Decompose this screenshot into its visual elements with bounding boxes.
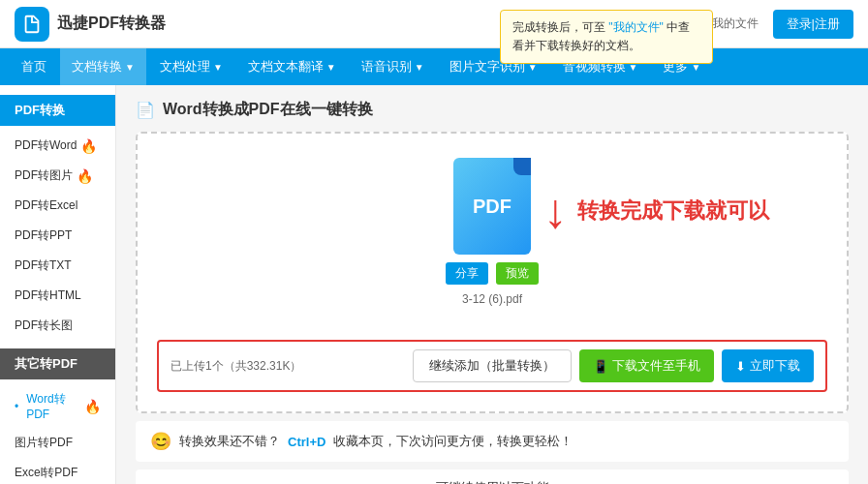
conversion-hint-area: ↓ 转换完成下载就可以: [543, 187, 769, 235]
title-icon: 📄: [136, 101, 155, 119]
tooltip-text1: 完成转换后，可至: [512, 20, 605, 34]
navigation: 首页 文档转换 ▼ 文档处理 ▼ 文档文本翻译 ▼ 语音识别 ▼ 图片文字识别 …: [0, 48, 868, 85]
content-area: 📄 Word转换成PDF在线一键转换 PDF 分享 预览 3-12: [116, 85, 868, 484]
action-bar: 已上传1个（共332.31K） 继续添加（批量转换） 📱 下载文件至手机 ⬇ 立…: [157, 340, 827, 392]
pdf-file-preview: PDF 分享 预览 3-12 (6).pdf: [446, 158, 539, 306]
sidebar-item-pdf-txt[interactable]: PDF转TXT: [0, 251, 115, 281]
pdf-filename: 3-12 (6).pdf: [462, 292, 522, 306]
continue-section: 可继续使用以下功能: [136, 469, 849, 484]
nav-voice-recognize[interactable]: 语音识别 ▼: [350, 48, 436, 85]
pdf-icon: PDF: [453, 158, 531, 255]
share-button[interactable]: 分享: [446, 262, 488, 285]
promo-text2: 收藏本页，下次访问更方便，转换更轻松！: [333, 433, 573, 450]
download-now-button[interactable]: ⬇ 立即下载: [722, 349, 814, 382]
login-button[interactable]: 登录|注册: [773, 10, 853, 39]
sidebar-item-pdf-excel[interactable]: PDF转Excel: [0, 191, 115, 221]
nav-doc-translate[interactable]: 文档文本翻译 ▼: [236, 48, 348, 85]
nav-doc-convert[interactable]: 文档转换 ▼: [60, 48, 146, 85]
arrow-area: ↓: [543, 187, 568, 235]
tooltip-highlight: "我的文件": [608, 20, 664, 34]
sidebar-item-pdf-image[interactable]: PDF转图片 🔥: [0, 161, 115, 191]
hot-icon: 🔥: [80, 138, 97, 154]
chevron-down-icon: ▼: [213, 62, 223, 73]
down-arrow-icon: ↓: [543, 187, 568, 235]
add-more-button[interactable]: 继续添加（批量转换）: [413, 349, 572, 382]
continue-title: 可继续使用以下功能: [150, 479, 834, 484]
main-layout: PDF转换 PDF转Word 🔥 PDF转图片 🔥 PDF转Excel PDF转…: [0, 85, 868, 484]
sidebar-item-excel-pdf[interactable]: Excel转PDF: [0, 458, 115, 484]
pdf-icon-wrap: PDF: [453, 158, 531, 255]
sidebar-item-pdf-html[interactable]: PDF转HTML: [0, 281, 115, 311]
sidebar-section-other-to-pdf: 其它转PDF: [0, 348, 115, 379]
sidebar-item-pdf-word[interactable]: PDF转Word 🔥: [0, 131, 115, 161]
action-buttons: 继续添加（批量转换） 📱 下载文件至手机 ⬇ 立即下载: [413, 349, 814, 382]
chevron-down-icon: ▼: [326, 62, 336, 73]
download-icon: ⬇: [735, 359, 746, 374]
download-mobile-button[interactable]: 📱 下载文件至手机: [579, 349, 714, 382]
page-title: 📄 Word转换成PDF在线一键转换: [136, 100, 849, 120]
shortcut-hint: Ctrl+D: [288, 435, 326, 449]
logo-area: 迅捷PDF转换器: [15, 7, 166, 42]
pdf-actions: 分享 预览: [446, 262, 539, 285]
upload-area[interactable]: PDF 分享 预览 3-12 (6).pdf ↓ 转换完成下载就可以: [136, 132, 849, 413]
tooltip-box: 完成转换后，可至 "我的文件" 中查看并下载转换好的文档。: [500, 10, 713, 64]
promo-text1: 转换效果还不错？: [179, 433, 280, 450]
conversion-hint-text: 转换完成下载就可以: [577, 197, 769, 226]
sidebar-item-image-pdf[interactable]: 图片转PDF: [0, 428, 115, 458]
smile-icon: 😊: [150, 431, 171, 452]
hot-icon: 🔥: [77, 168, 93, 184]
nav-doc-process[interactable]: 文档处理 ▼: [148, 48, 234, 85]
logo-icon: [15, 7, 49, 42]
preview-button[interactable]: 预览: [496, 262, 539, 285]
nav-home[interactable]: 首页: [10, 48, 58, 85]
sidebar-item-pdf-longimage[interactable]: PDF转长图: [0, 311, 115, 341]
app-title: 迅捷PDF转换器: [57, 14, 166, 34]
sidebar-item-pdf-ppt[interactable]: PDF转PPT: [0, 221, 115, 251]
file-count: 已上传1个（共332.31K）: [170, 358, 301, 375]
promo-bar: 😊 转换效果还不错？ Ctrl+D 收藏本页，下次访问更方便，转换更轻松！: [136, 421, 849, 462]
sidebar: PDF转换 PDF转Word 🔥 PDF转图片 🔥 PDF转Excel PDF转…: [0, 85, 116, 484]
mobile-icon: 📱: [593, 359, 608, 374]
chevron-down-icon: ▼: [125, 62, 135, 73]
sidebar-section-pdf-convert: PDF转换: [0, 95, 115, 126]
hot-icon: 🔥: [84, 399, 101, 414]
sidebar-item-word-pdf[interactable]: Word转PDF 🔥: [0, 384, 115, 428]
chevron-down-icon: ▼: [415, 62, 424, 73]
header: 迅捷PDF转换器 完成转换后，可至 "我的文件" 中查看并下载转换好的文档。 🎧…: [0, 0, 868, 48]
